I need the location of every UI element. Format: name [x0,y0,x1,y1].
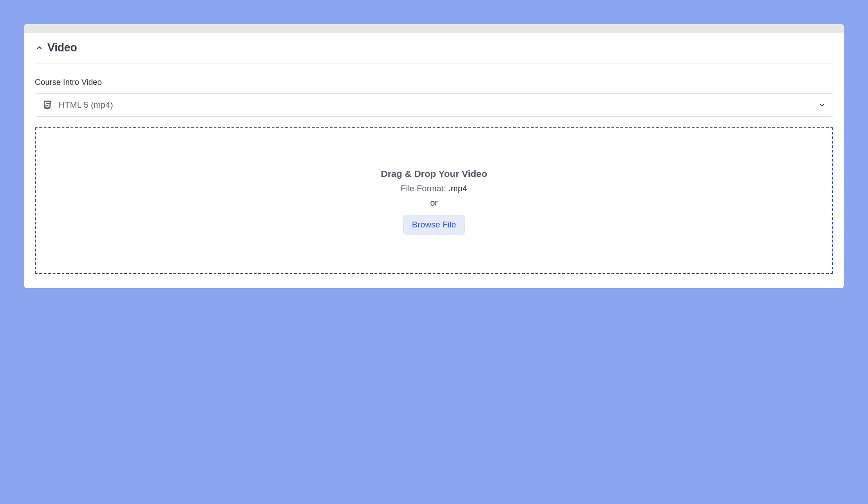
html5-icon [42,100,52,110]
video-card: Video Course Intro Video HTML 5 (mp4) Dr… [24,24,844,288]
dropzone-format-prefix: File Format: [401,184,449,193]
video-type-select-wrapper: HTML 5 (mp4) [35,93,833,117]
video-type-select[interactable]: HTML 5 (mp4) [35,93,833,117]
dropzone-title: Drag & Drop Your Video [381,168,487,179]
chevron-up-icon [35,43,44,52]
card-body: Video Course Intro Video HTML 5 (mp4) Dr… [24,33,844,288]
dropzone-format-ext: .mp4 [448,184,467,193]
browse-file-button[interactable]: Browse File [403,215,464,235]
course-intro-video-label: Course Intro Video [35,78,833,87]
section-title: Video [47,41,77,54]
dropzone-or: or [430,198,438,208]
card-accent-bar [24,24,844,33]
video-type-value: HTML 5 (mp4) [59,100,113,110]
video-section-header[interactable]: Video [35,41,833,63]
dropzone-format: File Format: .mp4 [401,184,468,193]
video-dropzone[interactable]: Drag & Drop Your Video File Format: .mp4… [35,127,833,274]
